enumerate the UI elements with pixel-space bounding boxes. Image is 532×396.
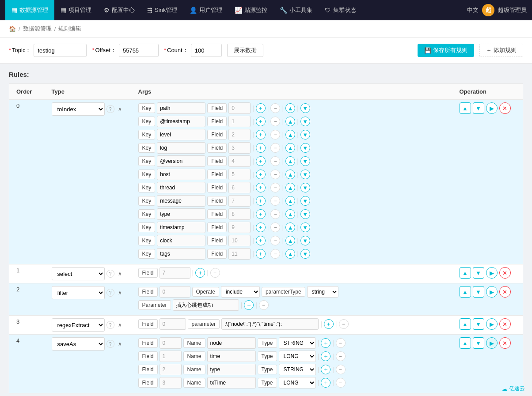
remove-arg-btn[interactable]: － (270, 223, 280, 232)
op-up-btn-1[interactable]: ▲ (460, 267, 471, 279)
arg-num-input-log[interactable] (228, 142, 251, 154)
nav-monitor[interactable]: 📈 贴源监控 (228, 0, 274, 20)
arg-key-input-level[interactable] (157, 129, 205, 140)
arg-key-input-ts[interactable] (157, 222, 205, 233)
help-icon-2[interactable]: ? (106, 289, 114, 297)
op-close-btn-4[interactable]: ✕ (499, 337, 511, 349)
type-select-0[interactable]: toIndex select filter regexExtract saveA… (52, 102, 105, 116)
move-down-arg[interactable]: ▼ (300, 143, 310, 153)
add-arg-btn[interactable]: ＋ (256, 223, 266, 232)
remove-arg-btn[interactable]: － (270, 170, 280, 179)
add-arg-btn[interactable]: ＋ (195, 268, 205, 278)
saveas-field-1[interactable] (160, 351, 182, 362)
add-saveas-btn[interactable]: ＋ (321, 378, 331, 388)
move-up-arg[interactable]: ▲ (285, 223, 295, 232)
move-up-arg[interactable]: ▲ (285, 143, 295, 153)
arg-regex-pattern[interactable] (221, 318, 319, 330)
move-down-arg-path[interactable]: ▼ (300, 103, 310, 113)
nav-cluster[interactable]: 🛡 集群状态 (319, 0, 362, 20)
saveas-field-0[interactable] (160, 337, 182, 349)
add-arg-btn[interactable]: ＋ (256, 183, 266, 192)
remove-arg-btn[interactable]: － (259, 300, 269, 310)
move-down-arg[interactable]: ▼ (300, 236, 310, 245)
move-down-arg[interactable]: ▼ (300, 183, 310, 192)
op-close-btn-0[interactable]: ✕ (499, 102, 511, 114)
move-up-arg[interactable]: ▲ (285, 183, 295, 192)
add-arg-btn[interactable]: ＋ (256, 156, 266, 166)
add-arg-btn[interactable]: ＋ (256, 196, 266, 206)
move-down-arg[interactable]: ▼ (300, 196, 310, 206)
remove-arg-btn[interactable]: － (270, 236, 280, 245)
arg-key-input-type[interactable] (157, 208, 205, 220)
collapse-icon-2[interactable]: ∧ (116, 289, 124, 297)
help-icon-0[interactable]: ? (106, 105, 114, 113)
help-icon-1[interactable]: ? (106, 270, 114, 278)
nav-project[interactable]: ▦ 项目管理 (54, 0, 98, 20)
arg-num-input-version[interactable] (228, 155, 251, 167)
arg-key-input-thread[interactable] (157, 182, 205, 193)
add-arg-btn[interactable]: ＋ (244, 300, 254, 310)
type-select-1[interactable]: select toIndex filter regexExtract saveA… (52, 267, 105, 280)
saveas-name-2[interactable] (207, 364, 256, 375)
arg-key-input-version[interactable] (157, 155, 205, 167)
arg-num-input-host[interactable] (228, 169, 251, 180)
saveas-type-1[interactable]: LONG STRING INT DOUBLE (279, 351, 316, 362)
remove-saveas-btn[interactable]: － (336, 338, 346, 348)
add-arg-btn-path[interactable]: ＋ (256, 103, 266, 113)
saveas-name-1[interactable] (207, 351, 256, 362)
arg-key-input-message[interactable] (157, 195, 205, 207)
op-down-btn-0[interactable]: ▼ (473, 102, 484, 114)
move-up-arg-path[interactable]: ▲ (285, 103, 295, 113)
arg-num-input-tags[interactable] (228, 248, 251, 260)
arg-num-input-level[interactable] (228, 129, 251, 140)
op-down-btn-3[interactable]: ▼ (473, 318, 484, 330)
add-arg-btn[interactable]: ＋ (256, 236, 266, 245)
collapse-icon-3[interactable]: ∧ (116, 321, 124, 329)
move-down-arg[interactable]: ▼ (300, 223, 310, 232)
remove-arg-btn[interactable]: － (270, 143, 280, 153)
arg-key-input-host[interactable] (157, 169, 205, 180)
op-play-btn-3[interactable]: ▶ (486, 318, 498, 330)
nav-datasource[interactable]: ▦ 数据源管理 (5, 0, 54, 20)
arg-regex-field[interactable] (160, 318, 186, 330)
remove-saveas-btn[interactable]: － (336, 378, 346, 388)
save-all-button[interactable]: 💾 保存所有规则 (418, 44, 474, 57)
move-up-arg[interactable]: ▲ (285, 236, 295, 245)
arg-key-input-clock[interactable] (157, 235, 205, 246)
remove-arg-btn[interactable]: － (270, 196, 280, 206)
remove-arg-btn[interactable]: － (270, 156, 280, 166)
op-play-btn-0[interactable]: ▶ (486, 102, 498, 114)
op-down-btn-1[interactable]: ▼ (473, 267, 484, 279)
remove-arg-btn-path[interactable]: － (270, 103, 280, 113)
op-play-btn-2[interactable]: ▶ (486, 286, 498, 298)
op-close-btn-2[interactable]: ✕ (499, 286, 511, 298)
nav-config[interactable]: ⚙ 配置中心 (98, 0, 141, 20)
remove-saveas-btn[interactable]: － (336, 365, 346, 374)
collapse-icon-0[interactable]: ∧ (116, 105, 124, 113)
move-up-arg[interactable]: ▲ (285, 196, 295, 206)
lang-button[interactable]: 中文 (467, 6, 479, 14)
move-down-arg[interactable]: ▼ (300, 209, 310, 219)
collapse-icon-4[interactable]: ∧ (116, 340, 124, 348)
arg-num-input-type[interactable] (228, 208, 251, 220)
op-close-btn-3[interactable]: ✕ (499, 318, 511, 330)
arg-key-input-tags[interactable] (157, 248, 205, 260)
move-down-arg[interactable]: ▼ (300, 156, 310, 166)
add-saveas-btn[interactable]: ＋ (321, 365, 331, 374)
add-arg-btn[interactable]: ＋ (256, 117, 266, 126)
move-up-arg[interactable]: ▲ (285, 249, 295, 259)
add-arg-btn[interactable]: ＋ (324, 319, 334, 329)
show-data-button[interactable]: 展示数据 (227, 44, 263, 57)
nav-tools[interactable]: 🔧 小工具集 (274, 0, 319, 20)
move-down-arg[interactable]: ▼ (300, 170, 310, 179)
op-play-btn-1[interactable]: ▶ (486, 267, 498, 279)
move-down-arg[interactable]: ▼ (300, 249, 310, 259)
remove-arg-btn[interactable]: － (270, 183, 280, 192)
remove-arg-btn[interactable]: － (270, 249, 280, 259)
type-select-4[interactable]: saveAs toIndex select filter regexExtrac… (52, 337, 105, 351)
op-up-btn-4[interactable]: ▲ (460, 337, 471, 349)
op-down-btn-2[interactable]: ▼ (473, 286, 484, 298)
saveas-type-2[interactable]: STRING LONG INT DOUBLE (279, 364, 316, 375)
help-icon-4[interactable]: ? (106, 340, 114, 348)
move-up-arg[interactable]: ▲ (285, 156, 295, 166)
